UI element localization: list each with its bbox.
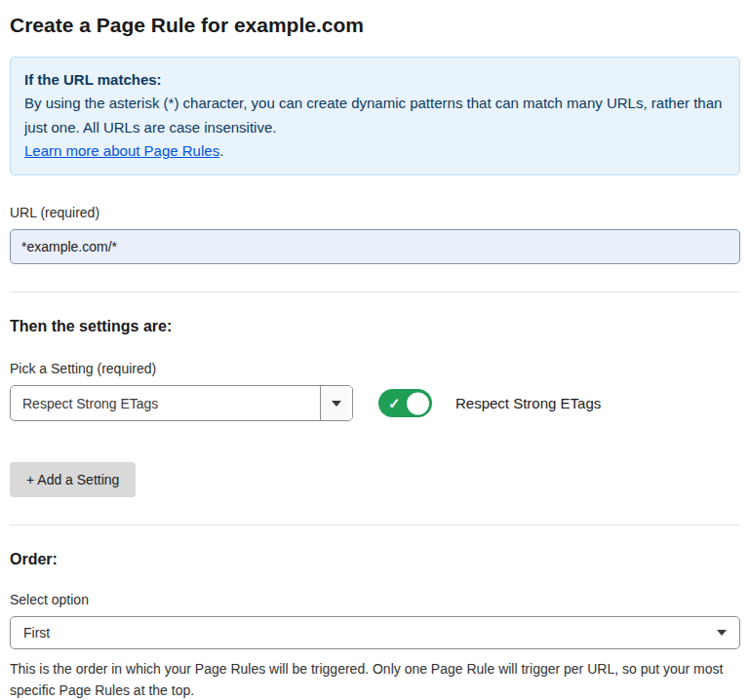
add-setting-button[interactable]: + Add a Setting [10, 462, 136, 497]
info-box-body: By using the asterisk (*) character, you… [24, 92, 726, 139]
page-title: Create a Page Rule for example.com [10, 14, 740, 37]
setting-dropdown[interactable]: Respect Strong ETags [10, 385, 353, 421]
chevron-down-icon [332, 401, 341, 407]
settings-section-heading: Then the settings are: [10, 318, 740, 335]
setting-dropdown-value: Respect Strong ETags [11, 386, 320, 420]
learn-more-link[interactable]: Learn more about Page Rules [24, 142, 219, 159]
respect-etags-toggle[interactable]: ✓ [378, 389, 432, 417]
setting-row: Respect Strong ETags ✓ Respect Strong ET… [10, 385, 740, 421]
order-select-label: Select option [10, 592, 740, 607]
toggle-wrap: ✓ Respect Strong ETags [378, 389, 601, 417]
info-box-heading: If the URL matches: [24, 68, 726, 92]
url-field-label: URL (required) [10, 205, 740, 220]
order-divider [10, 525, 740, 525]
order-dropdown[interactable]: First [10, 616, 740, 649]
section-divider [10, 292, 740, 292]
url-match-info-box: If the URL matches: By using the asteris… [10, 57, 740, 175]
create-page-rule-form: Create a Page Rule for example.com If th… [0, 0, 750, 700]
url-input[interactable] [10, 229, 740, 264]
order-dropdown-value: First [23, 625, 50, 641]
setting-dropdown-caret-box[interactable] [320, 386, 352, 420]
toggle-knob [405, 390, 431, 416]
info-box-link-line: Learn more about Page Rules. [24, 139, 726, 163]
toggle-label: Respect Strong ETags [455, 395, 601, 411]
check-icon: ✓ [388, 396, 401, 410]
link-suffix: . [219, 142, 223, 159]
order-section-heading: Order: [10, 551, 740, 568]
pick-setting-label: Pick a Setting (required) [10, 361, 740, 376]
order-help-text: This is the order in which your Page Rul… [10, 659, 739, 700]
chevron-down-icon [717, 630, 727, 636]
